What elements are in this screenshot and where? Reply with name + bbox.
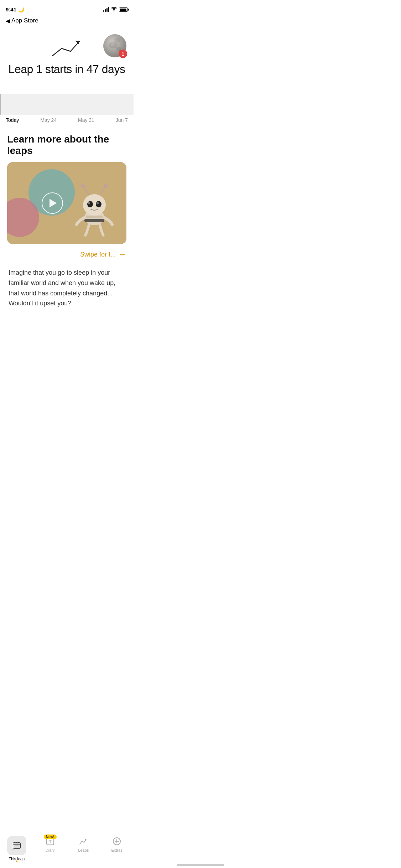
svg-rect-4 <box>85 216 103 218</box>
video-card[interactable] <box>7 162 126 244</box>
swipe-hint[interactable]: Swipe for t... ← <box>0 244 134 262</box>
header-section: 1 Leap 1 starts in 47 days <box>0 34 134 83</box>
svg-line-12 <box>100 187 105 195</box>
svg-point-5 <box>83 194 106 216</box>
status-bar: 9:41 🌙 <box>0 0 134 16</box>
timeline-today-label: Today <box>6 117 19 123</box>
swipe-text: Swipe for t... <box>80 251 116 258</box>
svg-point-0 <box>114 10 115 11</box>
back-arrow-icon: ◀ <box>6 17 10 24</box>
play-button[interactable] <box>42 192 63 214</box>
play-triangle-icon <box>50 199 57 207</box>
timeline-date3-label: Jun 7 <box>116 117 128 123</box>
learn-section-title: Learn more about the leaps <box>7 134 126 156</box>
avatar-container[interactable]: 1 <box>103 34 126 57</box>
battery-icon <box>119 7 128 12</box>
app-store-back-label: App Store <box>11 17 38 24</box>
status-time: 9:41 🌙 <box>6 6 25 13</box>
timeline-date2-label: May 31 <box>78 117 94 123</box>
svg-point-8 <box>88 202 90 205</box>
moon-icon: 🌙 <box>16 6 25 12</box>
svg-point-7 <box>96 201 101 207</box>
video-background <box>7 162 126 244</box>
svg-point-6 <box>87 201 93 207</box>
notification-badge: 1 <box>119 50 127 58</box>
svg-point-9 <box>97 202 99 205</box>
learn-section: Learn more about the leaps <box>0 123 134 244</box>
svg-rect-3 <box>84 219 104 222</box>
main-content: 1 Leap 1 starts in 47 days Today May 24 … <box>0 27 134 344</box>
svg-line-10 <box>84 187 89 195</box>
leap-title: Leap 1 starts in 47 days <box>1 59 132 76</box>
back-navigation[interactable]: ◀ App Store <box>0 16 134 27</box>
timeline-track <box>0 94 134 115</box>
wifi-icon <box>111 7 117 12</box>
signal-icon <box>103 7 109 12</box>
bee-character <box>69 169 119 241</box>
svg-point-13 <box>104 184 108 188</box>
status-icons <box>103 7 128 12</box>
svg-point-11 <box>81 184 85 188</box>
chart-icon <box>51 38 83 59</box>
timeline-labels: Today May 24 May 31 Jun 7 <box>0 115 134 123</box>
timeline-indicator <box>0 94 1 115</box>
timeline-section: Today May 24 May 31 Jun 7 <box>0 94 134 123</box>
swipe-arrow-icon: ← <box>119 250 126 259</box>
description-section: Imagine that you go to sleep in your fam… <box>0 262 134 309</box>
description-text: Imagine that you go to sleep in your fam… <box>9 268 125 309</box>
timeline-date1-label: May 24 <box>40 117 57 123</box>
